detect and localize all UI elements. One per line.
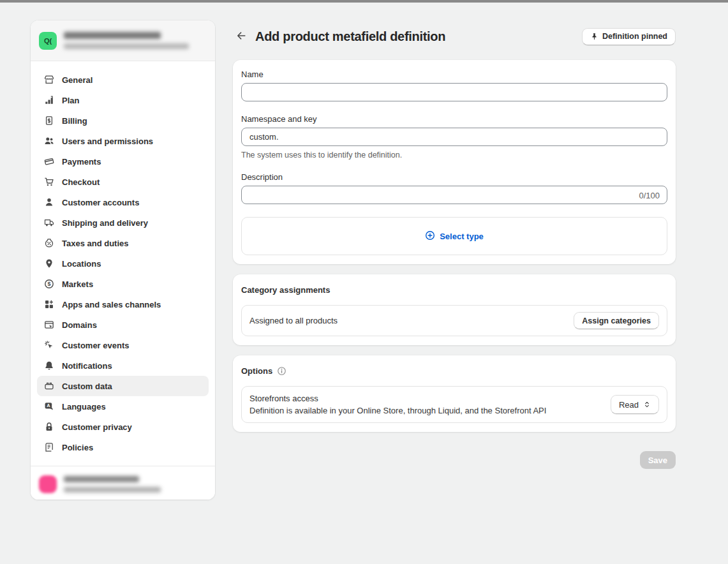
storefronts-access-select[interactable]: Read	[611, 395, 659, 414]
billing-icon	[44, 115, 54, 126]
select-type-label: Select type	[440, 232, 484, 241]
storefronts-access-description: Definition is available in your Online S…	[249, 406, 546, 415]
settings-sidebar: Q( GeneralPlanBillingUsers and permissio…	[31, 20, 215, 500]
storefronts-access-value: Read	[619, 400, 639, 410]
users-icon	[44, 136, 54, 146]
description-input[interactable]	[241, 186, 667, 204]
page-title: Add product metafield definition	[255, 29, 445, 44]
taxes-icon	[44, 238, 54, 248]
category-assignment-row: Assigned to all products Assign categori…	[241, 305, 667, 336]
namespace-field: Namespace and key The system uses this t…	[241, 114, 667, 160]
sidebar-item-checkout[interactable]: Checkout	[37, 172, 209, 192]
store-switcher[interactable]: Q(	[31, 20, 215, 61]
sidebar-item-label: Custom data	[62, 382, 112, 391]
sidebar-item-customer-accounts[interactable]: Customer accounts	[37, 192, 209, 212]
sidebar-item-label: Users and permissions	[62, 137, 153, 146]
sidebar-item-label: Markets	[62, 279, 93, 289]
definition-pinned-button[interactable]: Definition pinned	[582, 28, 676, 45]
user-account-row[interactable]	[31, 466, 215, 500]
category-assignment-status: Assigned to all products	[249, 316, 338, 325]
namespace-help-text: The system uses this to identify the def…	[241, 151, 667, 160]
info-icon[interactable]	[277, 366, 286, 376]
plus-circle-icon	[425, 230, 435, 242]
sidebar-item-label: Customer privacy	[62, 422, 132, 432]
policies-icon	[44, 442, 54, 452]
svg-text:A: A	[47, 403, 50, 408]
store-avatar: Q(	[39, 32, 57, 50]
sidebar-item-users-and-permissions[interactable]: Users and permissions	[37, 131, 209, 151]
user-email-redacted	[64, 487, 161, 493]
sidebar-item-plan[interactable]: Plan	[37, 90, 209, 110]
description-field: Description 0/100	[241, 172, 667, 204]
sidebar-item-label: Customer events	[62, 341, 129, 350]
customer-events-icon	[44, 340, 54, 350]
store-icon	[44, 75, 54, 85]
options-header: Options	[241, 366, 667, 376]
sidebar-item-markets[interactable]: $Markets	[37, 274, 209, 294]
user-info	[64, 476, 161, 493]
sidebar-item-label: General	[62, 75, 93, 85]
sidebar-item-notifications[interactable]: Notifications	[37, 355, 209, 376]
back-button[interactable]	[233, 28, 249, 45]
sidebar-item-payments[interactable]: Payments	[37, 151, 209, 172]
custom-data-icon	[44, 381, 54, 391]
sidebar-item-label: Taxes and duties	[62, 239, 129, 248]
assign-categories-button[interactable]: Assign categories	[574, 312, 659, 329]
domains-icon	[44, 320, 54, 330]
category-assignments-heading: Category assignments	[241, 285, 667, 295]
sidebar-item-languages[interactable]: ALanguages	[37, 396, 209, 417]
name-field: Name	[241, 70, 667, 101]
back-arrow-icon	[235, 30, 247, 43]
sidebar-item-locations[interactable]: Locations	[37, 253, 209, 274]
sidebar-item-apps-and-sales-channels[interactable]: Apps and sales channels	[37, 294, 209, 315]
name-input[interactable]	[241, 83, 667, 101]
notifications-icon	[44, 360, 54, 371]
save-row: Save	[233, 451, 676, 469]
select-chevrons-icon	[643, 401, 651, 408]
sidebar-item-label: Languages	[62, 402, 106, 412]
namespace-label: Namespace and key	[241, 114, 667, 124]
shipping-icon	[44, 218, 54, 228]
description-label: Description	[241, 172, 667, 182]
name-label: Name	[241, 70, 667, 79]
svg-text:$: $	[47, 281, 50, 287]
languages-icon: A	[44, 401, 54, 412]
save-button[interactable]: Save	[640, 451, 676, 469]
sidebar-item-label: Checkout	[62, 177, 100, 187]
main-content: Add product metafield definition Definit…	[233, 27, 676, 469]
store-url-redacted	[64, 43, 189, 49]
settings-nav: GeneralPlanBillingUsers and permissionsP…	[31, 61, 215, 466]
namespace-input[interactable]	[241, 128, 667, 146]
store-info	[64, 32, 189, 49]
user-name-redacted	[64, 476, 139, 482]
sidebar-item-taxes-and-duties[interactable]: Taxes and duties	[37, 233, 209, 253]
browser-chrome-strip	[0, 0, 728, 3]
customer-privacy-icon	[44, 422, 54, 432]
markets-icon: $	[44, 279, 54, 289]
sidebar-item-domains[interactable]: Domains	[37, 315, 209, 335]
pinned-button-label: Definition pinned	[602, 32, 667, 41]
sidebar-item-custom-data[interactable]: Custom data	[37, 376, 209, 396]
storefronts-access-title: Storefronts access	[249, 394, 546, 403]
select-type-button[interactable]: Select type	[241, 217, 667, 255]
category-assignments-card: Category assignments Assigned to all pro…	[233, 274, 676, 345]
sidebar-item-policies[interactable]: Policies	[37, 437, 209, 457]
store-name-redacted	[64, 32, 161, 39]
sidebar-item-label: Shipping and delivery	[62, 218, 148, 228]
apps-icon	[44, 299, 54, 309]
sidebar-item-shipping-and-delivery[interactable]: Shipping and delivery	[37, 212, 209, 233]
sidebar-item-label: Billing	[62, 116, 87, 126]
pin-icon	[590, 33, 598, 41]
sidebar-item-billing[interactable]: Billing	[37, 110, 209, 131]
sidebar-item-customer-events[interactable]: Customer events	[37, 335, 209, 355]
options-card: Options Storefronts access Definition is…	[233, 355, 676, 432]
page-header: Add product metafield definition Definit…	[233, 27, 676, 45]
sidebar-item-label: Customer accounts	[62, 198, 139, 207]
sidebar-item-customer-privacy[interactable]: Customer privacy	[37, 417, 209, 437]
sidebar-item-label: Locations	[62, 259, 101, 269]
sidebar-item-general[interactable]: General	[37, 70, 209, 90]
storefronts-access-row: Storefronts access Definition is availab…	[241, 386, 667, 423]
options-heading: Options	[241, 366, 272, 376]
definition-form-card: Name Namespace and key The system uses t…	[233, 60, 676, 264]
checkout-icon	[44, 177, 54, 187]
